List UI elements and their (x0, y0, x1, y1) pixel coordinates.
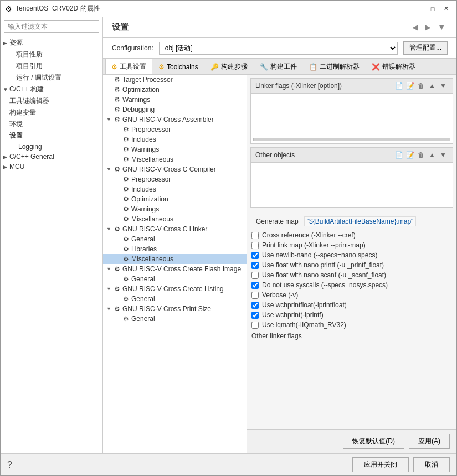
sidebar-item-environment[interactable]: 环境 (7, 118, 102, 130)
sidebar-item-cpp-build[interactable]: ▼ C/C++ 构建 (1, 84, 102, 95)
tree-item-gnu-riscv-listing[interactable]: ▼ ⚙ GNU RISC-V Cross Create Listing (103, 284, 247, 294)
prop-use-iqmath: Use iqmath(-IIQmath_RV32) (251, 321, 452, 329)
tree-item-debugging[interactable]: ⚙ Debugging (103, 105, 247, 115)
flash-general-icon: ⚙ (123, 275, 129, 283)
linker-flags-down-btn[interactable]: ▼ (438, 81, 448, 91)
use-newlib-nano-checkbox[interactable] (251, 252, 259, 259)
linker-flags-edit-btn[interactable]: 📝 (405, 81, 415, 91)
tree-item-cc-includes[interactable]: ⚙ Includes (103, 184, 247, 194)
tab-tool-settings[interactable]: ⚙ 工具设置 (105, 59, 152, 74)
other-objects-up-btn[interactable]: ▲ (427, 150, 437, 160)
minimize-button[interactable]: ─ (413, 3, 425, 14)
other-linker-flags-label: Other linker flags (251, 332, 302, 340)
linker-flags-delete-btn[interactable]: 🗑 (416, 81, 426, 91)
tree-item-optimization[interactable]: ⚙ Optimization (103, 85, 247, 95)
tree-item-listing-general[interactable]: ⚙ General (103, 294, 247, 304)
no-syscalls-checkbox[interactable] (251, 282, 259, 289)
use-float-printf-checkbox[interactable] (251, 262, 259, 269)
tree-item-asm-includes[interactable]: ⚙ Includes (103, 134, 247, 144)
generate-map-label: Generate map (256, 218, 299, 225)
use-iqmath-checkbox[interactable] (251, 322, 259, 329)
sidebar-item-resources[interactable]: ▶ 资源 (1, 37, 102, 49)
help-icon[interactable]: ? (7, 460, 12, 470)
no-syscalls-label: Do not use syscalls (--specs=nosys.specs… (262, 281, 388, 289)
apply-close-button[interactable]: 应用并关闭 (352, 457, 409, 472)
maximize-button[interactable]: □ (427, 3, 439, 14)
tree-item-asm-misc[interactable]: ⚙ Miscellaneous (103, 154, 247, 164)
tree-item-linker-misc[interactable]: ⚙ Miscellaneous (103, 254, 247, 264)
use-float-scanf-checkbox[interactable] (251, 272, 259, 279)
other-objects-content (251, 163, 453, 207)
tree-item-asm-preprocessor[interactable]: ⚙ Preprocessor (103, 125, 247, 134)
config-select[interactable]: obj [活动] (159, 42, 398, 55)
optimization-icon: ⚙ (114, 86, 120, 94)
tree-item-print-general[interactable]: ⚙ General (103, 314, 247, 324)
linker-flags-scrollbar[interactable] (253, 138, 450, 141)
cc-optimization-icon: ⚙ (123, 195, 129, 203)
tree-item-gnu-riscv-c-linker[interactable]: ▼ ⚙ GNU RISC-V Cross C Linker (103, 224, 247, 234)
sidebar-item-cpp-general[interactable]: ▶ C/C++ General (1, 152, 102, 162)
verbose-checkbox[interactable] (251, 292, 259, 299)
close-button[interactable]: ✕ (440, 3, 452, 14)
linker-flags-title: Linker flags (-Xlinker [option]) (255, 82, 342, 90)
footer: ? 应用并关闭 取消 (1, 453, 456, 475)
tree-item-cc-preprocessor[interactable]: ⚙ Preprocessor (103, 174, 247, 184)
tree-item-gnu-riscv-c-compiler[interactable]: ▼ ⚙ GNU RISC-V Cross C Compiler (103, 164, 247, 174)
sidebar-item-build-vars[interactable]: 构建变量 (7, 107, 102, 118)
tree-item-flash-general[interactable]: ⚙ General (103, 274, 247, 284)
sidebar-item-toolchain-editor[interactable]: 工具链编辑器 (7, 95, 102, 107)
tab-toolchains[interactable]: ⚙ Toolchains (152, 60, 204, 74)
binary-parsers-icon: 📋 (309, 63, 317, 71)
tree-item-warnings[interactable]: ⚙ Warnings (103, 95, 247, 105)
print-link-map-checkbox[interactable] (251, 242, 259, 249)
other-linker-flags-input[interactable] (306, 331, 452, 340)
prop-print-link-map: Print link map (-Xlinker --print-map) (251, 241, 452, 249)
tabs-bar: ⚙ 工具设置 ⚙ Toolchains 🔑 构建步骤 🔧 构建工件 📋 (103, 59, 456, 75)
tree-item-target-processor[interactable]: ⚙ Target Processor (103, 75, 247, 85)
cross-ref-checkbox[interactable] (251, 232, 259, 239)
sidebar-item-settings[interactable]: 设置 (7, 130, 102, 142)
tree-item-cc-warnings[interactable]: ⚙ Warnings (103, 204, 247, 214)
build-artifacts-icon: 🔧 (260, 63, 268, 71)
tab-error-parsers[interactable]: ❌ 错误解析器 (366, 59, 422, 74)
use-newlib-nano-label: Use newlib-nano (--specs=nano.specs) (262, 251, 377, 259)
apply-button[interactable]: 应用(A) (409, 434, 450, 449)
filter-input[interactable] (4, 20, 99, 33)
tree-item-linker-general[interactable]: ⚙ General (103, 234, 247, 244)
tree-item-gnu-riscv-print[interactable]: ▼ ⚙ GNU RISC-V Cross Print Size (103, 304, 247, 314)
other-objects-edit-btn[interactable]: 📝 (405, 150, 415, 160)
sidebar-item-run-debug[interactable]: 运行 / 调试设置 (1, 72, 102, 84)
prop-use-float-printf: Use float with nano printf (-u _printf_f… (251, 261, 452, 269)
other-objects-down-btn[interactable]: ▼ (438, 150, 448, 160)
sidebar-item-project-props[interactable]: 项目性质 (1, 49, 102, 60)
nav-dropdown-button[interactable]: ▼ (435, 22, 448, 33)
tree-item-gnu-riscv-assembler[interactable]: ▼ ⚙ GNU RISC-V Cross Assembler (103, 115, 247, 125)
use-float-printf-label: Use float with nano printf (-u _printf_f… (262, 261, 384, 269)
sidebar-item-project-ref[interactable]: 项目引用 (1, 60, 102, 72)
sidebar-item-logging[interactable]: Logging (7, 142, 102, 152)
settings-header: 设置 ◀ ▶ ▼ (103, 17, 456, 38)
other-objects-delete-btn[interactable]: 🗑 (416, 150, 426, 160)
other-objects-add-btn[interactable]: 📄 (394, 150, 404, 160)
tree-item-linker-libraries[interactable]: ⚙ Libraries (103, 244, 247, 254)
manage-config-button[interactable]: 管理配置... (403, 41, 448, 55)
restore-defaults-button[interactable]: 恢复默认值(D) (343, 434, 404, 449)
use-wchprintf-checkbox[interactable] (251, 312, 259, 319)
cancel-button[interactable]: 取消 (413, 457, 450, 472)
tab-binary-parsers[interactable]: 📋 二进制解析器 (303, 59, 366, 74)
generate-map-row: Generate map "${BuildArtifactFileBaseNam… (251, 214, 452, 229)
tab-build-steps[interactable]: 🔑 构建步骤 (204, 59, 254, 74)
linker-flags-add-btn[interactable]: 📄 (394, 81, 404, 91)
tree-item-asm-warnings[interactable]: ⚙ Warnings (103, 144, 247, 154)
target-processor-icon: ⚙ (114, 76, 120, 84)
sidebar-item-mcu[interactable]: ▶ MCU (1, 162, 102, 172)
generate-map-value: "${BuildArtifactFileBaseName}.map" (304, 216, 417, 226)
nav-forward-button[interactable]: ▶ (423, 22, 433, 33)
use-wchprintffloat-checkbox[interactable] (251, 302, 259, 309)
tree-item-cc-optimization[interactable]: ⚙ Optimization (103, 194, 247, 204)
linker-flags-up-btn[interactable]: ▲ (427, 81, 437, 91)
tree-item-gnu-riscv-flash[interactable]: ▼ ⚙ GNU RISC-V Cross Create Flash Image (103, 264, 247, 274)
nav-back-button[interactable]: ◀ (410, 22, 420, 33)
tree-item-cc-misc[interactable]: ⚙ Miscellaneous (103, 214, 247, 224)
tab-build-artifacts[interactable]: 🔧 构建工件 (254, 59, 303, 74)
